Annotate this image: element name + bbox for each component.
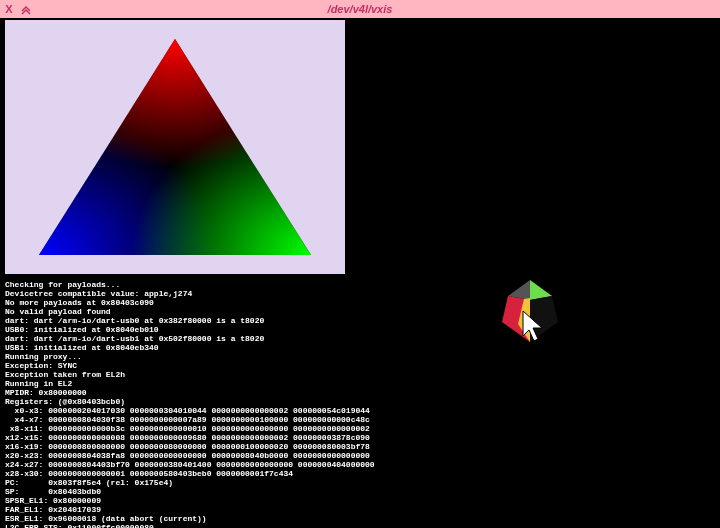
- content-area: Checking for payloads... Devicetree comp…: [0, 18, 720, 528]
- svg-marker-3: [39, 39, 311, 255]
- window-titlebar: X /dev/v4l/vxis: [0, 0, 720, 18]
- rgb-triangle-icon: [35, 35, 315, 259]
- close-icon[interactable]: X: [1, 1, 17, 17]
- close-glyph: X: [5, 3, 12, 15]
- window-title: /dev/v4l/vxis: [328, 3, 393, 15]
- mouse-cursor-icon: [522, 310, 546, 344]
- console-output: Checking for payloads... Devicetree comp…: [5, 280, 716, 528]
- framebuffer-panel: [5, 20, 345, 274]
- chevron-up-icon[interactable]: [18, 1, 34, 17]
